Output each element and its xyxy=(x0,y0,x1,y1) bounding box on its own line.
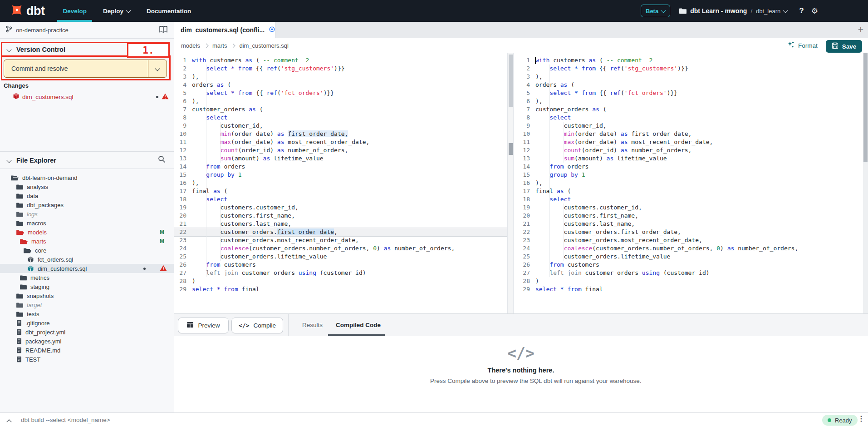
code-line-11[interactable]: 11 max(order_date) as most_recent_order_… xyxy=(174,138,507,146)
tree-item-.gitignore[interactable]: .gitignore xyxy=(0,318,174,328)
code-line-17[interactable]: 17final as ( xyxy=(174,187,507,195)
code-line-23[interactable]: 23 customer_orders.most_recent_order_dat… xyxy=(514,236,863,244)
code-line-6[interactable]: 6), xyxy=(174,97,507,105)
tree-item-TEST[interactable]: TEST xyxy=(0,355,174,364)
new-tab-button[interactable]: + xyxy=(858,24,863,35)
dbt-logo[interactable]: dbt xyxy=(10,3,44,19)
changed-file-dim_customers.sql[interactable]: dim_customers.sql xyxy=(0,92,174,102)
code-line-13[interactable]: 13 sum(amount) as lifetime_value xyxy=(514,154,863,163)
code-pane-left[interactable]: 1with customers as ( -- comment 22 selec… xyxy=(174,53,507,313)
code-line-3[interactable]: 3), xyxy=(174,73,507,81)
tree-item-packages.yml[interactable]: packages.yml xyxy=(0,337,174,346)
tree-item-dbt_project.yml[interactable]: dbt_project.yml xyxy=(0,328,174,337)
tab-compiled-code[interactable]: Compiled Code xyxy=(336,314,381,336)
compile-button[interactable]: </> Compile xyxy=(231,318,283,333)
code-line-4[interactable]: 4orders as ( xyxy=(514,81,863,89)
code-line-2[interactable]: 2 select * from {{ ref('stg_customers')}… xyxy=(174,65,507,73)
tree-item-marts[interactable]: martsM xyxy=(0,237,174,246)
code-line-16[interactable]: 16), xyxy=(174,179,507,187)
project-name[interactable]: dbt Learn - mwong xyxy=(690,7,747,15)
code-line-29[interactable]: 29select * from final xyxy=(174,285,507,293)
help-icon[interactable]: ? xyxy=(799,6,804,15)
search-icon[interactable] xyxy=(158,155,166,165)
code-line-18[interactable]: 18 select xyxy=(174,195,507,204)
breadcrumb-marts[interactable]: marts xyxy=(212,42,227,49)
code-line-7[interactable]: 7customer_orders as ( xyxy=(514,105,863,114)
code-line-19[interactable]: 19 customers.customer_id, xyxy=(514,204,863,212)
tab-results[interactable]: Results xyxy=(302,314,323,336)
code-line-20[interactable]: 20 customers.first_name, xyxy=(514,212,863,220)
format-button[interactable]: Format xyxy=(787,38,818,53)
scrollbar-thumb[interactable] xyxy=(509,55,513,107)
code-line-22[interactable]: 22 customer_orders.first_order_date, xyxy=(514,228,863,236)
code-line-8[interactable]: 8 select xyxy=(174,114,507,122)
code-line-17[interactable]: 17final as ( xyxy=(514,187,863,195)
tree-item-dbt-learn-on-demand[interactable]: dbt-learn-on-demand xyxy=(0,173,174,182)
nav-item-develop[interactable]: Develop xyxy=(54,0,95,22)
code-line-14[interactable]: 14 from orders xyxy=(514,163,863,171)
code-line-19[interactable]: 19 customers.customer_id, xyxy=(174,204,507,212)
tree-item-dim_customers.sql[interactable]: dim_customers.sql xyxy=(0,264,174,273)
breadcrumb-models[interactable]: models xyxy=(181,42,200,49)
pane-scrollbar[interactable] xyxy=(507,53,514,313)
tree-item-snapshots[interactable]: snapshots xyxy=(0,291,174,300)
command-input[interactable]: dbt build --select <model_name> xyxy=(21,417,868,423)
chevron-up-icon[interactable] xyxy=(7,416,11,424)
docs-book-icon[interactable] xyxy=(159,25,168,35)
code-line-7[interactable]: 7customer_orders as ( xyxy=(174,105,507,114)
code-line-9[interactable]: 9 customer_id, xyxy=(514,122,863,130)
save-button[interactable]: Save xyxy=(826,40,862,53)
code-line-28[interactable]: 28) xyxy=(174,277,507,285)
tree-item-core[interactable]: core xyxy=(0,246,174,255)
code-line-8[interactable]: 8 select xyxy=(514,114,863,122)
tree-item-metrics[interactable]: metrics xyxy=(0,273,174,282)
code-line-21[interactable]: 21 customers.last_name, xyxy=(514,220,863,228)
code-line-1[interactable]: 1with customers as ( -- comment 2 xyxy=(174,56,507,65)
code-line-25[interactable]: 25 customer_orders.lifetime_value xyxy=(174,253,507,261)
file-explorer-section-header[interactable]: File Explorer xyxy=(0,151,174,169)
environment-dropdown[interactable]: dbt_learn xyxy=(756,8,787,15)
code-line-22[interactable]: 22 customer_orders.first_order_date, xyxy=(174,228,507,236)
beta-dropdown[interactable]: Beta xyxy=(641,5,670,17)
window-scrollbar[interactable] xyxy=(863,53,868,313)
tree-item-analysis[interactable]: analysis xyxy=(0,182,174,191)
code-line-27[interactable]: 27 left join customer_orders using (cust… xyxy=(174,269,507,277)
code-line-23[interactable]: 23 customer_orders.most_recent_order_dat… xyxy=(174,236,507,244)
code-line-11[interactable]: 11 max(order_date) as most_recent_order_… xyxy=(514,138,863,146)
code-line-12[interactable]: 12 count(order_id) as number_of_orders, xyxy=(514,146,863,154)
gear-icon[interactable]: ⚙ xyxy=(811,6,818,15)
tree-item-fct_orders.sql[interactable]: fct_orders.sql xyxy=(0,255,174,264)
nav-item-documentation[interactable]: Documentation xyxy=(138,0,199,22)
kebab-menu-icon[interactable]: ⋮ xyxy=(858,414,865,423)
tree-item-logs[interactable]: logs xyxy=(0,209,174,218)
code-line-26[interactable]: 26 from customers xyxy=(174,261,507,269)
code-line-14[interactable]: 14 from orders xyxy=(174,163,507,171)
tree-item-macros[interactable]: macros xyxy=(0,218,174,228)
code-line-5[interactable]: 5 select * from {{ ref('fct_orders')}} xyxy=(514,89,863,97)
code-line-9[interactable]: 9 customer_id, xyxy=(174,122,507,130)
code-line-29[interactable]: 29select * from final xyxy=(514,285,863,293)
tree-item-dbt_packages[interactable]: dbt_packages xyxy=(0,200,174,209)
code-line-6[interactable]: 6), xyxy=(514,97,863,105)
tree-item-staging[interactable]: staging xyxy=(0,282,174,291)
code-line-18[interactable]: 18 select xyxy=(514,195,863,204)
code-line-10[interactable]: 10 min(order_date) as first_order_date, xyxy=(514,130,863,138)
code-line-10[interactable]: 10 min(order_date) as first_order_date, xyxy=(174,130,507,138)
code-line-25[interactable]: 25 customer_orders.lifetime_value xyxy=(514,253,863,261)
code-line-12[interactable]: 12 count(order_id) as number_of_orders, xyxy=(174,146,507,154)
code-line-24[interactable]: 24 coalesce(customer_orders.number_of_or… xyxy=(174,244,507,253)
breadcrumb-file[interactable]: dim_customers.sql xyxy=(239,42,288,49)
code-line-21[interactable]: 21 customers.last_name, xyxy=(174,220,507,228)
code-line-16[interactable]: 16), xyxy=(514,179,863,187)
code-line-15[interactable]: 15 group by 1 xyxy=(514,171,863,179)
tree-item-models[interactable]: modelsM xyxy=(0,228,174,237)
tree-item-tests[interactable]: tests xyxy=(0,309,174,318)
sql-code-left[interactable]: 1with customers as ( -- comment 22 selec… xyxy=(174,56,507,293)
code-line-13[interactable]: 13 sum(amount) as lifetime_value xyxy=(174,154,507,163)
code-line-20[interactable]: 20 customers.first_name, xyxy=(174,212,507,220)
code-line-2[interactable]: 2 select * from {{ ref('stg_customers')}… xyxy=(514,65,863,73)
nav-item-deploy[interactable]: Deploy xyxy=(95,0,138,22)
code-line-27[interactable]: 27 left join customer_orders using (cust… xyxy=(514,269,863,277)
code-line-24[interactable]: 24 coalesce(customer_orders.number_of_or… xyxy=(514,244,863,253)
tree-item-target[interactable]: target xyxy=(0,300,174,309)
